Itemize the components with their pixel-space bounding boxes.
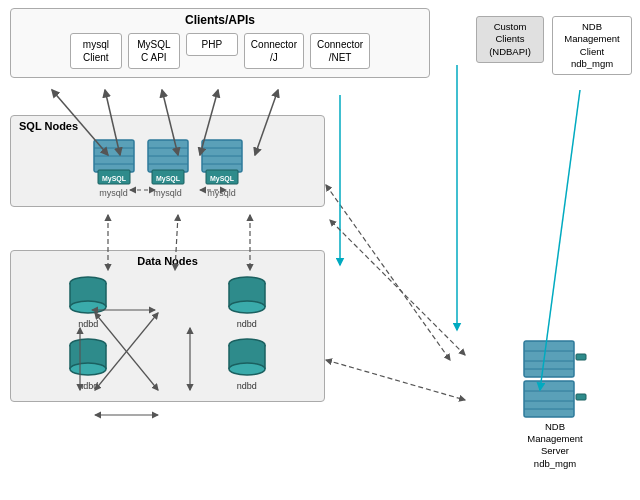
svg-line-61: [326, 185, 450, 360]
mysql-client-box: mysql Client: [70, 33, 122, 69]
svg-point-22: [70, 301, 106, 313]
sql-node-3: MySQL mysqld: [200, 138, 244, 198]
db-icon-3: [64, 335, 112, 379]
sql-node-2-label: mysqld: [153, 188, 182, 198]
svg-rect-42: [524, 381, 574, 417]
svg-text:MySQL: MySQL: [155, 175, 180, 183]
clients-section: Clients/APIs mysql Client MySQL C API PH…: [10, 8, 430, 78]
svg-point-37: [229, 363, 265, 375]
svg-line-60: [326, 360, 465, 400]
sql-node-3-label: mysqld: [207, 188, 236, 198]
data-node-1-label: ndbd: [78, 319, 98, 329]
sql-section-label: SQL Nodes: [19, 120, 316, 132]
server-icon-3: MySQL: [200, 138, 244, 186]
sql-node-1-label: mysqld: [99, 188, 128, 198]
sql-section: SQL Nodes MySQL mysqld: [10, 115, 325, 207]
db-icon-2: [223, 273, 271, 317]
data-node-1: ndbd: [64, 273, 112, 329]
svg-text:MySQL: MySQL: [101, 175, 126, 183]
data-node-4: ndbd: [223, 335, 271, 391]
sql-nodes-row: MySQL mysqld MySQL mysqld: [19, 138, 316, 198]
mgmt-client-box: NDB Management Client ndb_mgm: [552, 16, 632, 75]
data-node-2-label: ndbd: [237, 319, 257, 329]
php-box: PHP: [186, 33, 238, 56]
clients-row: mysql Client MySQL C API PHP Connector /…: [19, 33, 421, 69]
svg-point-27: [229, 301, 265, 313]
clients-section-label: Clients/APIs: [19, 13, 421, 27]
mgmt-server-label: NDB Management Server ndb_mgm: [527, 421, 582, 470]
data-node-4-label: ndbd: [237, 381, 257, 391]
db-icon-1: [64, 273, 112, 317]
svg-rect-47: [576, 394, 586, 400]
mgmt-server-box: NDB Management Server ndb_mgm: [500, 339, 610, 470]
db-icon-4: [223, 335, 271, 379]
server-icon-1: MySQL: [92, 138, 136, 186]
data-section-label: Data Nodes: [19, 255, 316, 267]
sql-node-1: MySQL mysqld: [92, 138, 136, 198]
data-node-2: ndbd: [223, 273, 271, 329]
data-node-3-label: ndbd: [78, 381, 98, 391]
data-node-3: ndbd: [64, 335, 112, 391]
connector-j-box: Connector /J: [244, 33, 304, 69]
data-section: Data Nodes ndbd: [10, 250, 325, 402]
server-icon-2: MySQL: [146, 138, 190, 186]
diagram: { "title": "MySQL Cluster Architecture",…: [0, 0, 640, 500]
svg-rect-38: [524, 341, 574, 377]
svg-point-32: [70, 363, 106, 375]
connector-net-box: Connector /NET: [310, 33, 370, 69]
mgmt-server-icon: [520, 339, 590, 419]
sql-node-2: MySQL mysqld: [146, 138, 190, 198]
svg-line-69: [330, 220, 465, 355]
custom-clients-box: Custom Clients (NDBAPI): [476, 16, 544, 63]
svg-rect-46: [576, 354, 586, 360]
mysql-c-api-box: MySQL C API: [128, 33, 180, 69]
data-grid: ndbd ndbd: [19, 273, 316, 391]
svg-text:MySQL: MySQL: [209, 175, 234, 183]
